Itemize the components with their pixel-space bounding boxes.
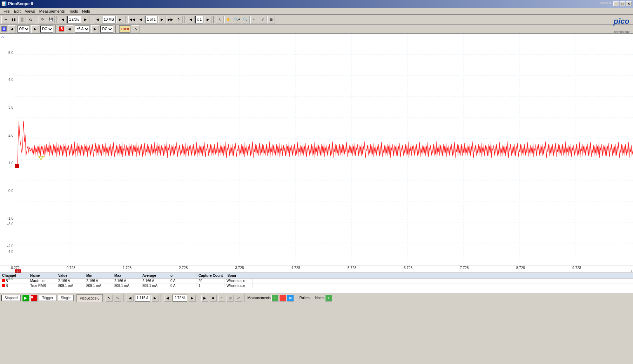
meas-ch-0: B [0, 279, 28, 283]
menu-tools[interactable]: Tools [67, 8, 80, 14]
toolbar-channels: A ◀ OffOn ▶ DCAC B ◀ ±5 A±2 A±1 A ▶ DCAC… [0, 25, 633, 34]
channel-b-coupling-select[interactable]: DCAC [100, 26, 113, 33]
x-label-1: 0.728 [67, 266, 75, 270]
nav-value: 1 of 1 [146, 18, 157, 21]
picoscope-tab[interactable]: PicoScope 6 [76, 294, 102, 302]
menu-help[interactable]: Help [80, 8, 92, 14]
scope-canvas [15, 34, 633, 265]
title-bar-left: 📊 PicoScope 6 [1, 1, 33, 6]
nav-first-btn[interactable]: ◀◀ [128, 16, 136, 23]
sep1 [36, 16, 37, 23]
menu-edit[interactable]: Edit [12, 8, 23, 14]
meas-sigma-1: 0 A [168, 283, 196, 288]
measurements-rows: B Maximum 2.166 A 2.166 A 2.166 A 2.166 … [0, 279, 633, 288]
channel-b-range-select[interactable]: ±5 A±2 A±1 A [75, 26, 90, 33]
zoom-out-btn[interactable]: 🔍- [242, 16, 250, 23]
persistence-btn[interactable]: ▒ [18, 16, 26, 23]
zoom-in-btn[interactable]: 🔍+ [233, 16, 241, 23]
measurements-remove-btn[interactable]: − [279, 295, 286, 302]
end-btn[interactable]: ⊞ [227, 295, 234, 302]
zoom-next-btn[interactable]: ▶ [204, 16, 212, 23]
channel-a-prev-btn[interactable]: ◀ [8, 25, 16, 33]
rulers-toggle-group: Rulers [299, 296, 310, 300]
channel-b-next-btn[interactable]: ▶ [91, 25, 99, 33]
channel-a-next-btn[interactable]: ▶ [31, 25, 39, 33]
menu-views[interactable]: Views [23, 8, 37, 14]
notes-toggle-label: Notes [315, 296, 324, 300]
current-prev-btn[interactable]: ◀ [127, 295, 134, 302]
timebase-next-btn[interactable]: ▶ [82, 16, 89, 23]
x-label-10: 9.728 [572, 266, 581, 270]
spectrum-mode-btn[interactable]: ▮▮ [10, 16, 18, 23]
zoom-prev-btn2[interactable]: ◀ [164, 295, 171, 302]
x-label-6: 5.728 [348, 266, 356, 270]
channel-b-prev-btn[interactable]: ◀ [66, 25, 73, 33]
oscilloscope-area: A [0, 34, 633, 266]
math2-btn[interactable]: ∿ [132, 25, 140, 33]
meas-value-1: 809.1 mA [56, 283, 84, 288]
sep-status5 [296, 294, 297, 302]
collection-prev-btn[interactable]: ◀ [94, 16, 101, 23]
auto-trigger-btn[interactable]: ⟳ [39, 16, 46, 23]
measurements-toggle-label: Measurements [248, 296, 271, 300]
nav-last-btn[interactable]: ▶▶ [167, 16, 174, 23]
cursor-mode-btn[interactable]: ↖ [106, 295, 113, 302]
scope-mode-btn[interactable]: 〜 [1, 16, 9, 23]
nav-refresh-btn[interactable]: ↻ [175, 16, 183, 23]
close-button[interactable]: ✕ [626, 1, 632, 6]
channel-a-off-select[interactable]: OffOn [17, 26, 30, 33]
meas-row-0: B Maximum 2.166 A 2.166 A 2.166 A 2.166 … [0, 279, 633, 283]
zoom-prev-btn[interactable]: ◀ [187, 16, 195, 23]
other-btn[interactable]: ⤢ [235, 295, 242, 302]
meas-count-0: 20 [196, 279, 224, 283]
stop2-btn[interactable]: ■ [210, 295, 217, 302]
cursor-btn[interactable]: ↖ [216, 16, 224, 23]
maximize-button[interactable]: □ [620, 1, 625, 6]
channel-a-label: A [1, 26, 7, 32]
measurements-toggle-group: Measurements + − ⊞ [248, 295, 294, 302]
minimize-button[interactable]: ─ [613, 1, 619, 6]
channel-a-coupling-select[interactable]: DCAC [40, 26, 53, 33]
sep-status4 [244, 294, 245, 302]
sep-status6 [312, 294, 313, 302]
xy-btn[interactable]: xy [27, 16, 34, 23]
sep5 [184, 16, 186, 23]
stop-button[interactable]: ■ [31, 295, 38, 302]
timebase-group: 1 s/div [67, 16, 81, 23]
measurements-config-btn[interactable]: ⊞ [287, 295, 294, 302]
sep-ch2 [115, 25, 117, 33]
current-next-btn[interactable]: ▶ [151, 295, 159, 302]
zoom-tool-btn[interactable]: ⤡ [114, 295, 121, 302]
play-button[interactable]: ▶ [22, 295, 29, 302]
notes-toggle-group: Notes + [315, 295, 332, 302]
mode-label: Single [58, 295, 74, 301]
home-btn[interactable]: ⌂ [218, 295, 225, 302]
menu-measurements[interactable]: Measurements [37, 8, 67, 14]
hand-btn[interactable]: ✋ [224, 16, 232, 23]
rulers-toggle-label: Rulers [299, 296, 310, 300]
trigger-marker [15, 164, 19, 168]
scope-canvas-wrapper[interactable] [15, 34, 633, 265]
meas-min-1: 809.1 mA [84, 283, 112, 288]
math-btn[interactable]: XBEX [119, 25, 130, 33]
timebase-prev-btn[interactable]: ◀ [59, 16, 67, 23]
zoom-reset-btn[interactable]: ⤢ [259, 16, 267, 23]
menu-file[interactable]: File [1, 8, 12, 14]
meas-row-1: B True RMS 809.1 mA 809.1 mA 809.1 mA 80… [0, 283, 633, 288]
nav-prev-btn[interactable]: ◀ [137, 16, 144, 23]
col-max: Max [112, 273, 140, 278]
zoom-x-btn[interactable]: ↔ [250, 16, 258, 23]
zoom-fit-btn[interactable]: ⊞ [267, 16, 275, 23]
sep3 [91, 16, 92, 23]
nav-next-btn[interactable]: ▶ [158, 16, 166, 23]
collection-next-btn[interactable]: ▶ [116, 16, 124, 23]
notes-btn[interactable]: + [325, 295, 332, 302]
x-label-2: 1.728 [123, 266, 132, 270]
save-btn[interactable]: 💾 [47, 16, 55, 23]
meas-count-1: 1 [196, 283, 224, 288]
tab-label: PicoScope 6 [80, 296, 99, 300]
measurements-add-btn[interactable]: + [271, 295, 278, 302]
play2-btn[interactable]: ▶ [201, 295, 208, 302]
zoom-percent-value: 2.72 % [174, 296, 185, 300]
zoom-next-btn2[interactable]: ▶ [189, 295, 196, 302]
